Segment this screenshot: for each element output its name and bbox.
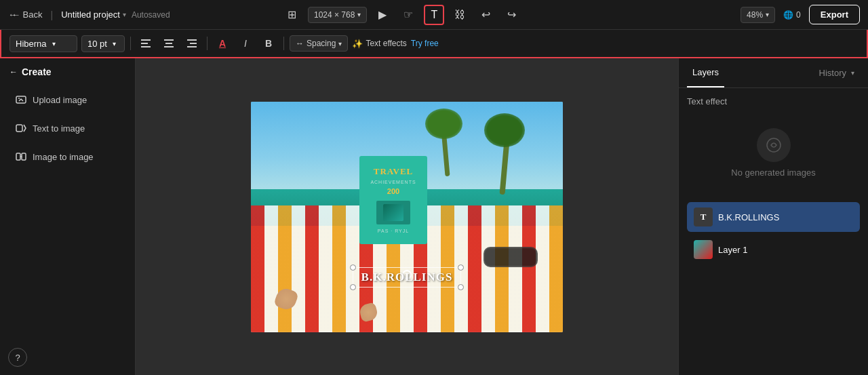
zoom-label: 48% xyxy=(747,10,763,20)
back-label: ← Back xyxy=(12,9,43,20)
font-chevron-icon: ▾ xyxy=(52,40,56,47)
canvas-image: TRAVEL ACHIEVEMENTS 200 PAS · RYJL xyxy=(251,102,563,332)
travel-book: TRAVEL ACHIEVEMENTS 200 PAS · RYJL xyxy=(359,156,427,244)
font-size-selector[interactable]: 10 pt ▾ xyxy=(81,35,125,52)
svg-point-14 xyxy=(767,138,781,152)
svg-rect-1 xyxy=(141,43,148,44)
canvas-text-overlay: B.K.ROLLINGS xyxy=(361,271,453,284)
toolbar-separator-1 xyxy=(130,37,131,50)
sidebar-item-upload-image[interactable]: Upload image xyxy=(5,87,130,113)
svg-rect-3 xyxy=(164,39,174,41)
text-to-image-label: Text to image xyxy=(33,123,85,134)
toolbar-separator-2 xyxy=(207,37,208,50)
sidebar-back-icon: ← xyxy=(9,67,18,77)
right-panel-content: Text effect No generated images T B.K.RO… xyxy=(679,88,868,375)
dimensions-selector[interactable]: 1024 × 768 ▾ xyxy=(308,7,367,23)
italic-button[interactable]: I xyxy=(236,34,255,53)
size-chevron-icon: ▾ xyxy=(113,40,116,47)
history-chevron-icon: ▾ xyxy=(851,69,854,77)
text-color-button[interactable]: A xyxy=(213,34,232,53)
svg-point-10 xyxy=(18,98,20,99)
text-effects-button[interactable]: ✨ Text effects xyxy=(352,39,406,49)
globe-count: 0 xyxy=(796,10,801,20)
try-free-label[interactable]: Try free xyxy=(411,39,439,48)
handle-tl[interactable] xyxy=(350,264,356,271)
svg-rect-5 xyxy=(164,46,174,47)
align-right-button[interactable] xyxy=(182,34,201,53)
palm-tree-left xyxy=(422,108,469,176)
nav-center-controls: ⊞ 1024 × 768 ▾ ▶ ☞ T ⛓ ↩ ↪ xyxy=(282,5,521,25)
top-nav: ← ← Back | Untitled project ▾ Autosaved … xyxy=(0,0,868,30)
layer-item-text[interactable]: T B.K.ROLLINGS xyxy=(687,202,860,232)
font-family-selector[interactable]: Hiberna ▾ xyxy=(9,35,77,52)
canvas-area[interactable]: TRAVEL ACHIEVEMENTS 200 PAS · RYJL xyxy=(136,58,678,375)
main-layout: ← Create Upload image Text to image xyxy=(0,58,868,375)
export-button[interactable]: Export xyxy=(809,5,860,24)
cursor-icon[interactable]: ☞ xyxy=(398,5,418,25)
sidebar: ← Create Upload image Text to image xyxy=(0,58,136,375)
tab-history[interactable]: History ▾ xyxy=(814,58,860,87)
no-generated-section: No generated images xyxy=(687,115,860,191)
upload-image-label: Upload image xyxy=(33,95,87,105)
sunglasses xyxy=(484,247,538,267)
spacing-button[interactable]: ↔ Spacing ▾ xyxy=(290,35,348,52)
text-tool-icon[interactable]: T xyxy=(424,5,444,25)
tab-layers[interactable]: Layers xyxy=(687,58,724,87)
svg-rect-11 xyxy=(16,125,22,132)
palm-tree-right xyxy=(477,113,532,195)
project-name-button[interactable]: Untitled project ▾ xyxy=(61,9,126,20)
handle-tr[interactable] xyxy=(458,264,464,271)
align-left-button[interactable] xyxy=(136,34,155,53)
svg-rect-12 xyxy=(16,153,20,160)
history-tab-label: History xyxy=(819,68,846,78)
redo-icon[interactable]: ↪ xyxy=(501,5,521,25)
image-to-image-label: Image to image xyxy=(33,152,94,162)
sidebar-create-label: Create xyxy=(22,66,52,77)
nav-divider-1: | xyxy=(51,9,54,20)
dimensions-chevron: ▾ xyxy=(357,11,361,18)
sidebar-create-button[interactable]: ← Create xyxy=(0,58,135,85)
layers-tab-label: Layers xyxy=(692,67,719,77)
svg-rect-7 xyxy=(190,43,197,44)
zoom-control[interactable]: 48% ▾ xyxy=(741,7,775,23)
no-generated-label: No generated images xyxy=(731,167,815,178)
book-title: TRAVEL xyxy=(374,166,414,177)
resize-icon[interactable]: ⊞ xyxy=(282,5,302,25)
undo-icon[interactable]: ↩ xyxy=(475,5,496,25)
handle-bl[interactable] xyxy=(350,284,356,290)
svg-rect-4 xyxy=(165,43,172,44)
upload-image-icon xyxy=(15,94,27,106)
font-family-label: Hiberna xyxy=(16,39,47,49)
zoom-chevron-icon: ▾ xyxy=(766,11,769,18)
link-icon[interactable]: ⛓ xyxy=(450,5,470,25)
sidebar-bottom: ? xyxy=(0,340,135,375)
play-icon[interactable]: ▶ xyxy=(372,5,393,25)
sidebar-item-image-to-image[interactable]: Image to image xyxy=(5,144,130,170)
svg-rect-0 xyxy=(141,39,151,41)
toolbar-separator-3 xyxy=(283,37,284,50)
font-size-label: 10 pt xyxy=(87,39,107,49)
svg-rect-13 xyxy=(22,153,26,160)
globe-button[interactable]: 🌐 0 xyxy=(783,10,801,20)
align-center-button[interactable] xyxy=(159,34,178,53)
image-to-image-icon xyxy=(15,151,27,163)
dimensions-label: 1024 × 768 xyxy=(314,10,355,20)
layer-item-1[interactable]: Layer 1 xyxy=(687,235,860,264)
spacing-chevron-icon: ▾ xyxy=(338,40,342,47)
layer-image-thumbnail xyxy=(694,240,713,259)
sidebar-item-text-to-image[interactable]: Text to image xyxy=(5,115,130,141)
autosaved-label: Autosaved xyxy=(132,10,170,20)
layers-list: T B.K.ROLLINGS Layer 1 xyxy=(687,202,860,264)
no-generated-icon xyxy=(757,128,791,162)
svg-rect-8 xyxy=(187,46,197,47)
handle-br[interactable] xyxy=(458,284,464,290)
back-button[interactable]: ← ← Back xyxy=(8,9,43,20)
text-effects-label: Text effects xyxy=(366,39,406,48)
right-panel: Layers History ▾ Text effect No generate… xyxy=(678,58,868,375)
svg-rect-2 xyxy=(141,46,151,47)
text-selection-box[interactable]: B.K.ROLLINGS xyxy=(353,267,461,288)
nav-right-controls: 48% ▾ 🌐 0 Export xyxy=(741,5,860,24)
bold-button[interactable]: B xyxy=(259,34,278,53)
text-to-image-icon xyxy=(15,122,27,134)
help-button[interactable]: ? xyxy=(8,348,27,367)
